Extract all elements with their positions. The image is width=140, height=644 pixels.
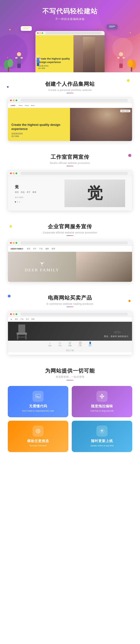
section3-wrapper: 企业官网服务宣传 Corporate official website serv… [0, 215, 140, 286]
footer-icon-3: 🛒 购物 [68, 342, 72, 347]
screen-dot-red [37, 32, 39, 34]
section2-wrapper: 工作室官网宣传 Studio official website promotio… [0, 145, 140, 215]
section4-title-en: E-commerce website trading products [47, 302, 93, 305]
svg-rect-15 [39, 58, 41, 60]
portfolio-person-img [70, 108, 132, 141]
portfolio-nav-items: Menu About Work [19, 105, 35, 106]
section3: 企业官网服务宣传 Corporate official website serv… [0, 215, 140, 286]
footer-icon-user: 👤 [89, 342, 92, 344]
person-silhouette [83, 37, 95, 72]
section1-title-cn: 创建个人作品集网站 [45, 80, 95, 88]
corp-nav-1: 首页 [27, 248, 30, 250]
section1-title-en: Create a personal portfolio website [48, 89, 92, 92]
studio-left-panel: 觉 首页 作品 关于 联系 设计与创作 [15, 184, 36, 202]
top-nav-4: 联系 [31, 318, 35, 320]
portfolio-main: Create the highest quality design experi… [8, 108, 132, 141]
studio-nav-1: 首页 [15, 191, 19, 194]
footer-icon-home: ⌂ [49, 342, 51, 344]
svg-point-29 [41, 262, 43, 264]
footer-label-3: 购物 [68, 345, 72, 347]
feature-title-cn-1: 无需懂代码 [29, 404, 47, 408]
chair-silhouette [13, 324, 30, 341]
feature-title-en-2: Feel free to drag and edit [90, 410, 114, 412]
svg-rect-8 [117, 57, 120, 58]
ecommerce-footer: ⌂ 首页 ◻ 产品 🛒 购物 📋 订单 [8, 341, 132, 348]
corporate-logo-text: DEER FAMILY [11, 248, 23, 250]
footer-icon-5: 👤 我的 [89, 342, 92, 347]
tree-left [4, 56, 14, 72]
drag-icon [99, 394, 105, 399]
sparkle-1: ✦ [9, 28, 11, 32]
studio-nav: 首页 作品 关于 联系 [15, 191, 36, 194]
section2-title-cn: 工作室官网宣传 [51, 154, 89, 160]
screen-portfolio-text: Create the highest quality design experi… [38, 57, 71, 64]
studio-logo: 觉 [15, 184, 36, 190]
nav-item-2: About [25, 105, 29, 106]
svg-rect-4 [17, 63, 19, 68]
portfolio-nav: LOGO Menu About Work [8, 103, 132, 108]
corporate-brand: DEER FAMILY [25, 262, 59, 272]
hero-section: 不写代码轻松建站 不一样的全新编辑体验 Create the highest q… [0, 0, 140, 72]
corporate-nav: 首页 关于 产品 服务 联系 [27, 248, 55, 250]
browser-dot-red-2 [10, 172, 12, 174]
corp-nav-4: 服务 [45, 248, 49, 250]
footer-label-2: 产品 [58, 345, 61, 347]
browser-dot-red-1 [10, 100, 12, 101]
svg-rect-2 [15, 57, 18, 58]
screen-bar [35, 31, 105, 35]
feature-card-1: 无需懂代码 Don't need to understand the code [8, 386, 68, 417]
svg-rect-34 [17, 337, 27, 338]
nav-item-3: Work [31, 105, 35, 106]
svg-rect-11 [121, 63, 123, 68]
footer-icon-4: 📋 订单 [79, 342, 82, 347]
screen-right [74, 35, 105, 72]
browser-dot-red-3 [10, 242, 12, 244]
ecommerce-brand-area: 匠心工程 [8, 348, 132, 352]
deer-icon [39, 262, 45, 267]
studio-dot-3 [19, 202, 20, 202]
portfolio-main-text: Create the highest quality design experi… [11, 123, 66, 131]
footer-icon-product: ◻ [59, 342, 61, 344]
svg-rect-5 [19, 63, 21, 68]
portfolio-nav-logo: LOGO [11, 105, 15, 106]
footer-label-4: 订单 [79, 345, 82, 347]
browser-bar-2 [8, 170, 132, 176]
ecommerce-hero-area: 黑色，新鲜和独特的设计 [8, 322, 132, 341]
feature-title-cn-3: 模板任意挑选 [27, 439, 49, 443]
section3-title-en: Corporate official website service promo… [43, 231, 97, 234]
browser-bar-3 [8, 240, 132, 246]
studio-nav-3: 关于 [27, 191, 30, 194]
svg-point-19 [8, 59, 13, 67]
svg-point-6 [119, 52, 123, 56]
section2: 工作室官网宣传 Studio official website promotio… [0, 145, 140, 215]
portfolio-right-panel: Macro / Micro [70, 108, 132, 141]
studio-desc: 设计与创作 [15, 196, 36, 199]
sparkle-3: ✦ [7, 57, 8, 58]
studio-mockup: 觉 首页 作品 关于 联系 设计与创作 [8, 176, 132, 210]
feature-icon-4 [96, 426, 107, 436]
section4-title-cn: 电商网站买卖产品 [48, 294, 92, 302]
svg-rect-9 [122, 57, 125, 58]
screen-portfolio-sub: 创造最优质的 设计体验 [38, 65, 71, 70]
floating-card-2 [107, 24, 117, 29]
figure-center-left [35, 54, 41, 67]
browser-dot-red-4 [10, 313, 12, 315]
corporate-brand-name: DEER FAMILY [25, 268, 59, 272]
nav-item-1: Menu [19, 105, 23, 106]
svg-rect-36 [117, 332, 118, 340]
portfolio-sub-text: 创造最优质的 设计体验 [11, 132, 66, 138]
corporate-hero: DEER FAMILY [8, 252, 132, 282]
studio-dot-1 [15, 202, 16, 202]
hero-subtitle: 不一样的全新编辑体验 [55, 18, 85, 21]
footer-icon-2: ◻ 产品 [58, 342, 61, 347]
top-nav-1: 首页 [15, 318, 18, 320]
tree-right [126, 56, 136, 72]
browser-content-1: LOGO Menu About Work Create the highest … [8, 103, 132, 141]
browser-dot-green-4 [16, 313, 17, 315]
section4-browser: ∞ 首页 产品 关于 联系 [8, 311, 132, 355]
floating-card-1 [21, 26, 32, 31]
section4-wrapper: 电商网站买卖产品 E-commerce website trading prod… [0, 286, 140, 359]
browser-content-4: ∞ 首页 产品 关于 联系 [8, 317, 132, 355]
portfolio-mockup: LOGO Menu About Work Create the highest … [8, 103, 132, 141]
section5-title-cn: 为网站提供一切可能 [45, 367, 95, 374]
